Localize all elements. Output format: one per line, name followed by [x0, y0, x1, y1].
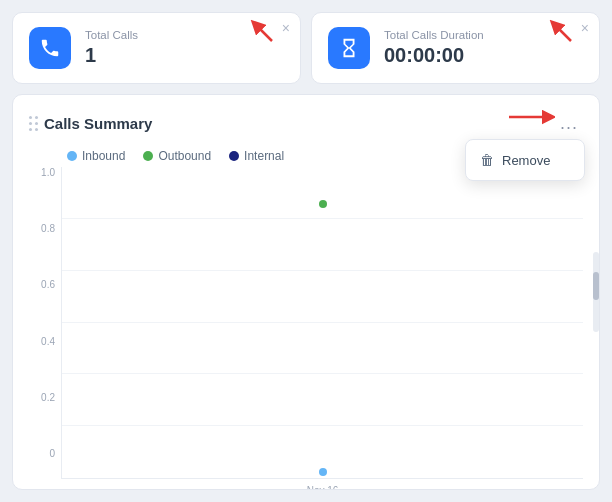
chart-content: Nov 16 — [61, 167, 583, 479]
cards-row: Total Calls 1 × Total — [12, 12, 600, 84]
total-calls-arrow-icon — [246, 19, 278, 51]
grid-line-3 — [62, 322, 583, 323]
y-label-3: 0.6 — [41, 279, 55, 290]
x-axis-label: Nov 16 — [307, 485, 339, 490]
inbound-data-point — [319, 468, 327, 476]
total-calls-duration-value: 00:00:00 — [384, 43, 484, 67]
trash-icon: 🗑 — [480, 152, 494, 168]
y-label-6: 0 — [49, 448, 55, 459]
more-options-button[interactable]: ... — [555, 109, 583, 137]
legend-item-outbound: Outbound — [143, 149, 211, 163]
inbound-legend-dot — [67, 151, 77, 161]
grid-line-5 — [62, 425, 583, 426]
y-label-4: 0.4 — [41, 336, 55, 347]
total-calls-info: Total Calls 1 — [85, 29, 138, 67]
svg-line-3 — [555, 25, 571, 41]
outbound-legend-dot — [143, 151, 153, 161]
phone-icon — [39, 37, 61, 59]
y-axis: 1.0 0.8 0.6 0.4 0.2 0 — [29, 167, 61, 479]
header-right: ... — [555, 109, 583, 137]
calls-summary-panel: Calls Summary ... Inbound — [12, 94, 600, 490]
scrollbar-track — [593, 252, 599, 332]
svg-line-1 — [256, 25, 272, 41]
total-calls-title: Total Calls — [85, 29, 138, 41]
dropdown-menu: 🗑 Remove — [465, 139, 585, 181]
scrollbar-thumb[interactable] — [593, 272, 599, 300]
total-calls-duration-card: Total Calls Duration 00:00:00 × — [311, 12, 600, 84]
total-calls-duration-arrow-icon — [545, 19, 577, 51]
legend-item-internal: Internal — [229, 149, 284, 163]
y-label-2: 0.8 — [41, 223, 55, 234]
summary-title-row: Calls Summary — [29, 115, 152, 132]
y-label-5: 0.2 — [41, 392, 55, 403]
calls-summary-arrow-icon — [505, 105, 555, 129]
total-calls-close-button[interactable]: × — [282, 21, 290, 35]
grid-line-4 — [62, 373, 583, 374]
outbound-legend-label: Outbound — [158, 149, 211, 163]
total-calls-icon-bg — [29, 27, 71, 69]
total-calls-duration-close-button[interactable]: × — [581, 21, 589, 35]
grid-line-1 — [62, 218, 583, 219]
remove-menu-item[interactable]: 🗑 Remove — [466, 144, 584, 176]
internal-legend-label: Internal — [244, 149, 284, 163]
calls-summary-title: Calls Summary — [44, 115, 152, 132]
internal-legend-dot — [229, 151, 239, 161]
hourglass-icon — [338, 37, 360, 59]
drag-handle[interactable] — [29, 116, 38, 131]
chart-area: 1.0 0.8 0.6 0.4 0.2 0 Nov 16 — [29, 167, 583, 479]
inbound-legend-label: Inbound — [82, 149, 125, 163]
dashboard: Total Calls 1 × Total — [0, 0, 612, 502]
grid-line-2 — [62, 270, 583, 271]
outbound-data-point — [319, 200, 327, 208]
total-calls-duration-info: Total Calls Duration 00:00:00 — [384, 29, 484, 67]
remove-label: Remove — [502, 153, 550, 168]
total-calls-value: 1 — [85, 43, 138, 67]
legend-item-inbound: Inbound — [67, 149, 125, 163]
total-calls-duration-title: Total Calls Duration — [384, 29, 484, 41]
summary-header: Calls Summary ... — [29, 109, 583, 137]
total-calls-duration-icon-bg — [328, 27, 370, 69]
y-label-1: 1.0 — [41, 167, 55, 178]
total-calls-card: Total Calls 1 × — [12, 12, 301, 84]
